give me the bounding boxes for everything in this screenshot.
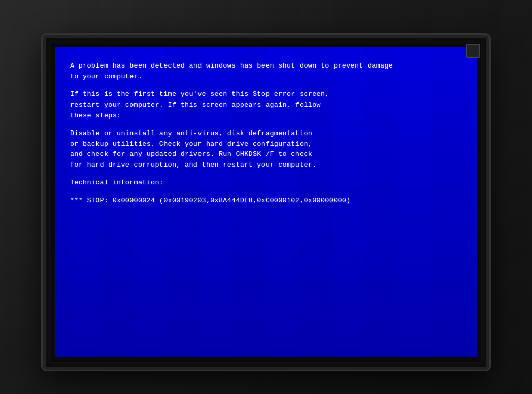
bsod-screen: A problem has been detected and windows … [55,47,477,357]
bsod-spacer-6 [70,121,393,128]
bsod-spacer-2 [70,82,393,89]
bsod-line-3: If this is the first time you've seen th… [70,89,393,100]
bsod-line-8: or backup utilities. Check your hard dri… [70,139,393,150]
bsod-line-10: for hard drive corruption, and then rest… [70,160,393,171]
bsod-line-7: Disable or uninstall any anti-virus, dis… [70,128,393,139]
bsod-line-4: restart your computer. If this screen ap… [70,100,393,111]
bsod-line-1: to your computer. [70,72,393,82]
bsod-spacer-13 [70,188,393,195]
bsod-line-9: and check for any updated drivers. Run C… [70,149,393,160]
bsod-content: A problem has been detected and windows … [55,47,408,220]
bsod-line-0: A problem has been detected and windows … [70,61,393,72]
bsod-line-14: *** STOP: 0x00000024 (0x00190203,0x8A444… [70,195,393,206]
monitor-corner-detail [466,44,480,58]
monitor: A problem has been detected and windows … [43,35,489,370]
bsod-line-12: Technical information: [70,178,393,188]
bsod-spacer-11 [70,171,393,178]
bsod-line-5: these steps: [70,111,393,121]
